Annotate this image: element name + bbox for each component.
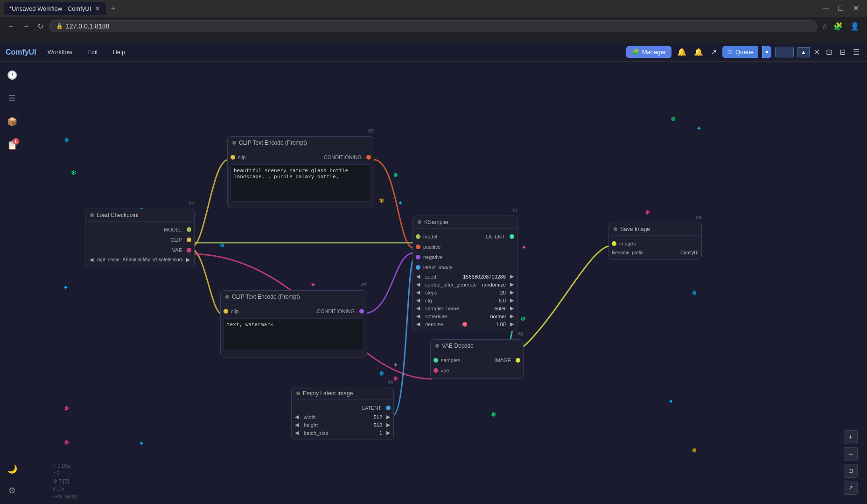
zoom-out-button[interactable]: − <box>844 447 858 461</box>
cfg-prev-btn[interactable]: ◀ <box>415 297 421 303</box>
denoise-port[interactable] <box>462 322 467 327</box>
vae-samples-input-port[interactable] <box>434 358 438 363</box>
positive-prompt-textarea[interactable]: beautiful scenery nature glass bottle la… <box>231 164 371 202</box>
ksampler-latent-port[interactable] <box>510 234 514 239</box>
denoise-prev-btn[interactable]: ◀ <box>415 321 421 327</box>
save-image-input-port[interactable] <box>612 241 616 246</box>
tab-close-button[interactable]: ✕ <box>95 5 100 12</box>
queue-icon: ☰ <box>727 49 733 56</box>
steps-prev-btn[interactable]: ◀ <box>415 289 421 295</box>
notification-icon[interactable]: 🔔 <box>675 46 688 58</box>
extension-icon[interactable]: 🧩 <box>832 20 845 33</box>
active-tab[interactable]: *Unsaved Workflow - ComfyUI ✕ <box>4 2 106 15</box>
height-next-btn[interactable]: ▶ <box>385 422 392 428</box>
negative-prompt-textarea[interactable]: text, watermark <box>224 318 364 351</box>
sidebar-item-history[interactable]: 🕐 <box>4 67 20 83</box>
close-button[interactable]: ✕ <box>849 3 863 14</box>
tab-title: *Unsaved Workflow - ComfyUI <box>9 5 91 12</box>
clip-pos-input-port[interactable] <box>231 155 235 160</box>
conditioning-pos-port[interactable] <box>366 155 371 160</box>
ksampler-positive-port[interactable] <box>416 245 420 249</box>
menu-help[interactable]: Help <box>109 47 129 57</box>
manager-label: Manager <box>642 49 666 56</box>
lock-icon: 🔒 <box>56 23 63 29</box>
ksampler-positive-label: positive <box>420 244 443 250</box>
zoom-reset-button[interactable]: ↗ <box>844 481 858 495</box>
model-output-port[interactable] <box>187 227 191 232</box>
cfg-next-btn[interactable]: ▶ <box>509 297 515 303</box>
queue-close-button[interactable]: ✕ <box>813 47 820 57</box>
status-fps: FPS: 58.82 <box>52 493 78 501</box>
sampler-prev-btn[interactable]: ◀ <box>415 305 421 311</box>
queue-count-input[interactable]: 1 <box>775 47 794 57</box>
node-output-model: MODEL <box>85 224 194 235</box>
address-bar[interactable]: 🔒 127.0.0.1:8188 <box>49 20 818 32</box>
bookmark-button[interactable]: ☆ <box>821 22 828 31</box>
steps-next-btn[interactable]: ▶ <box>509 289 515 295</box>
zoom-in-button[interactable]: + <box>844 430 858 444</box>
vae-vae-input-port[interactable] <box>434 368 438 373</box>
width-prev-btn[interactable]: ◀ <box>294 414 300 420</box>
node-empty-latent-body: LATENT ◀ width 512 ▶ ◀ height 512 ▶ ◀ ba… <box>292 400 393 440</box>
batch-prev-btn[interactable]: ◀ <box>294 430 300 436</box>
menu-edit[interactable]: Edit <box>84 47 101 57</box>
batch-next-btn[interactable]: ▶ <box>385 430 392 436</box>
expand-icon[interactable]: ⊡ <box>824 46 834 58</box>
ckpt-prev-btn[interactable]: ◀ <box>88 257 95 263</box>
clip-output-port[interactable] <box>187 238 191 242</box>
ksampler-latent-input-port[interactable] <box>416 265 420 270</box>
sidebar-item-theme[interactable]: 🌙 <box>4 461 20 477</box>
zoom-fit-button[interactable]: ⊡ <box>844 464 858 478</box>
user-icon[interactable]: 👤 <box>848 20 861 33</box>
alert-icon[interactable]: 🔔 <box>692 46 705 58</box>
forward-button[interactable]: → <box>21 20 32 32</box>
denoise-next-btn[interactable]: ▶ <box>509 321 515 327</box>
ksampler-negative-port[interactable] <box>416 255 420 259</box>
clip-neg-input-port[interactable] <box>224 309 228 314</box>
ksampler-model-port[interactable] <box>416 234 420 239</box>
sidebar-item-settings[interactable]: ⚙ <box>6 483 19 498</box>
sidebar-item-models[interactable]: 📦 <box>4 114 20 130</box>
manager-button[interactable]: 🧩 Manager <box>626 46 671 58</box>
seed-prev-btn[interactable]: ◀ <box>415 273 421 280</box>
node-dot <box>90 213 94 217</box>
back-button[interactable]: ← <box>6 20 17 32</box>
tab-bar: *Unsaved Workflow - ComfyUI ✕ + ─ □ ✕ <box>0 0 867 17</box>
node-empty-latent-header: Empty Latent Image #5 <box>292 387 393 400</box>
node-clip-negative-id: #7 <box>361 282 367 288</box>
queue-count-up[interactable]: ▲ <box>797 47 810 57</box>
conditioning-neg-port[interactable] <box>359 309 364 314</box>
particle: ❄ <box>520 315 526 322</box>
scheduler-prev-btn[interactable]: ◀ <box>415 313 421 319</box>
height-prev-btn[interactable]: ◀ <box>294 422 300 428</box>
sampler-next-btn[interactable]: ▶ <box>509 305 515 311</box>
sidebar-item-queue[interactable]: 📋 1 <box>4 137 20 153</box>
sidebar-item-nodes[interactable]: ☰ <box>6 91 19 106</box>
node-dot-3 <box>225 295 229 299</box>
sampler-label: sampler_name <box>422 306 460 311</box>
batch-value: 1 <box>339 430 384 436</box>
batch-label: batch_size <box>301 430 338 436</box>
particle: ❄ <box>219 242 225 249</box>
share-icon[interactable]: ↗ <box>709 46 719 58</box>
reload-button[interactable]: ↻ <box>35 20 45 33</box>
new-tab-button[interactable]: + <box>108 4 119 14</box>
width-next-btn[interactable]: ▶ <box>385 414 392 420</box>
queue-dropdown-button[interactable]: ▾ <box>762 46 771 58</box>
minimize-button[interactable]: ─ <box>819 3 832 14</box>
maximize-button[interactable]: □ <box>834 3 847 14</box>
control-next-btn[interactable]: ▶ <box>509 281 515 287</box>
seed-next-btn[interactable]: ▶ <box>509 273 515 280</box>
queue-button[interactable]: ☰ Queue <box>722 46 758 58</box>
canvas-area[interactable]: ❄❄✦❄❄❄❄✦❄✦❄❄✦❄✦❄✦❄❄✦❄❄✦❄✦❄❄✦ Load Checkp… <box>24 62 867 504</box>
ckpt-next-btn[interactable]: ▶ <box>185 257 191 263</box>
node-load-checkpoint: Load Checkpoint #4 MODEL CLIP VAE ◀ ckpt… <box>85 209 195 267</box>
image-output-port[interactable] <box>516 358 520 363</box>
control-prev-btn[interactable]: ◀ <box>415 281 421 287</box>
menu-icon[interactable]: ☰ <box>851 46 861 58</box>
latent-output-port[interactable] <box>386 406 391 410</box>
scheduler-next-btn[interactable]: ▶ <box>509 313 515 319</box>
sidebar-toggle-icon[interactable]: ⊟ <box>838 46 847 58</box>
menu-workflow[interactable]: Workflow <box>44 47 76 57</box>
vae-output-port[interactable] <box>187 248 191 252</box>
